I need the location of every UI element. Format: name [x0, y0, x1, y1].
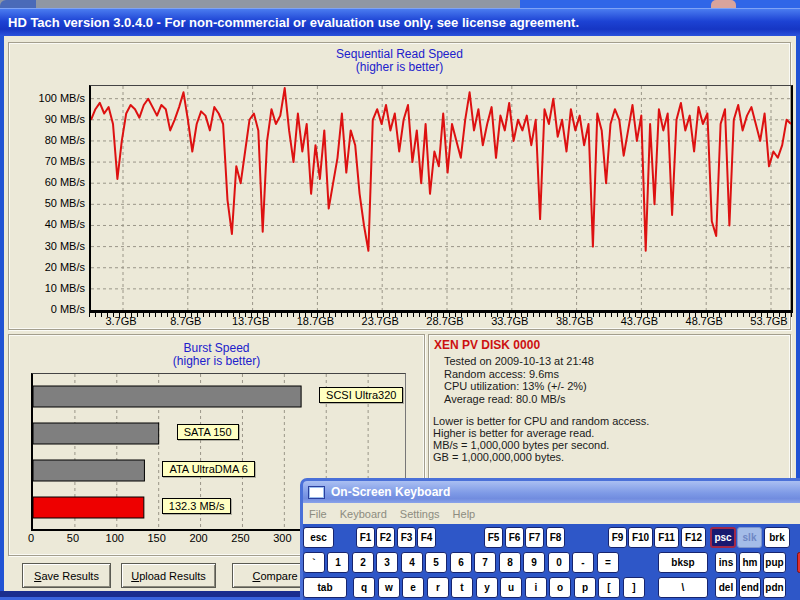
burst-x-tick-label: 150 — [142, 532, 172, 544]
key-7[interactable]: 7 — [474, 552, 496, 573]
burst-x-tick-label: 200 — [184, 532, 214, 544]
hdtach-titlebar[interactable]: HD Tach version 3.0.4.0 - For non-commer… — [0, 8, 800, 36]
seq-x-tick-label: 43.7GB — [617, 315, 661, 327]
key-tab[interactable]: tab — [303, 577, 347, 598]
seq-x-tick-label: 23.7GB — [358, 315, 402, 327]
key-end[interactable]: end — [739, 577, 761, 598]
key-y[interactable]: y — [476, 577, 498, 598]
upload-results-button[interactable]: Upload Results — [121, 563, 216, 588]
burst-x-tick-label: 250 — [225, 532, 255, 544]
key-3[interactable]: 3 — [376, 552, 398, 573]
seq-chart-title: Sequential Read Speed — [9, 47, 790, 61]
seq-y-tick-label: 80 MB/s — [27, 134, 85, 146]
hdtach-window-border-left — [0, 36, 4, 600]
drive-detail-line: Random access: 9.6ms — [444, 368, 559, 380]
key-pup[interactable]: pup — [763, 552, 786, 573]
key-F12[interactable]: F12 — [681, 527, 706, 548]
seq-y-tick-label: 0 MB/s — [27, 303, 85, 315]
osk-titlebar[interactable]: On-Screen Keyboard — [303, 481, 800, 503]
burst-x-tick-label: 300 — [267, 532, 297, 544]
key-F10[interactable]: F10 — [628, 527, 653, 548]
osk-title: On-Screen Keyboard — [331, 485, 450, 499]
seq-x-tick-label: 48.7GB — [682, 315, 726, 327]
seq-x-tick-label: 38.7GB — [553, 315, 597, 327]
key-q[interactable]: q — [353, 577, 375, 598]
seq-x-tick-label: 13.7GB — [229, 315, 273, 327]
osk-menu-keyboard[interactable]: Keyboard — [340, 508, 387, 520]
drive-detail-line: Average read: 80.0 MB/s — [444, 393, 565, 405]
key-psc[interactable]: psc — [710, 527, 736, 548]
key-][interactable]: ] — [623, 577, 645, 598]
key-t[interactable]: t — [451, 577, 473, 598]
key-ins[interactable]: ins — [715, 552, 737, 573]
key-5[interactable]: 5 — [425, 552, 447, 573]
seq-y-tick-label: 40 MB/s — [27, 218, 85, 230]
key-F4[interactable]: F4 — [417, 527, 436, 548]
save-results-button[interactable]: Save Results — [22, 563, 111, 588]
key-\[interactable]: \ — [658, 577, 708, 598]
burst-bar-label: SCSI Ultra320 — [319, 387, 403, 403]
key-[[interactable]: [ — [598, 577, 620, 598]
key-del[interactable]: del — [715, 577, 737, 598]
key-F3[interactable]: F3 — [397, 527, 416, 548]
burst-bar-label: 132.3 MB/s — [162, 498, 232, 514]
key-9[interactable]: 9 — [523, 552, 545, 573]
key-4[interactable]: 4 — [401, 552, 423, 573]
seq-y-tick-label: 50 MB/s — [27, 197, 85, 209]
seq-y-tick-label: 90 MB/s — [27, 113, 85, 125]
osk-menubar: FileKeyboardSettingsHelp — [303, 503, 800, 524]
key-=[interactable]: = — [597, 552, 619, 573]
key-o[interactable]: o — [549, 577, 571, 598]
seq-y-tick-label: 60 MB/s — [27, 176, 85, 188]
key-hm[interactable]: hm — [739, 552, 761, 573]
info-note-line: GB = 1,000,000,000 bytes. — [433, 451, 564, 463]
burst-x-tick-label: 100 — [100, 532, 130, 544]
key-u[interactable]: u — [500, 577, 522, 598]
key-F5[interactable]: F5 — [484, 527, 503, 548]
key-pdn[interactable]: pdn — [763, 577, 786, 598]
key-6[interactable]: 6 — [450, 552, 472, 573]
seq-y-tick-label: 10 MB/s — [27, 282, 85, 294]
osk-window: On-Screen Keyboard FileKeyboardSettingsH… — [300, 478, 800, 600]
drive-name: XEN PV DISK 0000 — [434, 338, 540, 352]
osk-keyboard-keys: escF1F2F3F4F5F6F7F8F9F10F11F12pscslkbrk`… — [303, 524, 800, 600]
seq-read-line-chart — [89, 85, 793, 313]
key--[interactable]: - — [572, 552, 594, 573]
key-r[interactable]: r — [427, 577, 449, 598]
osk-menu-file[interactable]: File — [309, 508, 327, 520]
key-brk[interactable]: brk — [764, 527, 790, 548]
key-w[interactable]: w — [378, 577, 400, 598]
drive-detail-line: CPU utilization: 13% (+/- 2%) — [444, 380, 587, 392]
key-F9[interactable]: F9 — [608, 527, 627, 548]
key-slk[interactable]: slk — [737, 527, 762, 548]
key-esc[interactable]: esc — [303, 527, 334, 548]
key-F7[interactable]: F7 — [525, 527, 544, 548]
seq-y-tick-label: 20 MB/s — [27, 261, 85, 273]
key-p[interactable]: p — [574, 577, 596, 598]
burst-bar-label: ATA UltraDMA 6 — [162, 461, 254, 477]
key-F8[interactable]: F8 — [546, 527, 565, 548]
screen: HD Tach version 3.0.4.0 - For non-commer… — [0, 0, 800, 600]
key-0[interactable]: 0 — [548, 552, 570, 573]
info-note-line: Higher is better for average read. — [433, 427, 594, 439]
seq-x-tick-label: 28.7GB — [423, 315, 467, 327]
key-8[interactable]: 8 — [499, 552, 521, 573]
osk-menu-help[interactable]: Help — [453, 508, 476, 520]
key-F11[interactable]: F11 — [654, 527, 679, 548]
key-F2[interactable]: F2 — [376, 527, 395, 548]
burst-bar-label: SATA 150 — [177, 424, 239, 440]
key-i[interactable]: i — [525, 577, 547, 598]
key-e[interactable]: e — [402, 577, 424, 598]
osk-menu-settings[interactable]: Settings — [400, 508, 440, 520]
key-1[interactable]: 1 — [327, 552, 349, 573]
seq-y-tick-label: 100 MB/s — [27, 92, 85, 104]
seq-x-tick-label: 18.7GB — [293, 315, 337, 327]
key-F1[interactable]: F1 — [356, 527, 375, 548]
key-`[interactable]: ` — [303, 552, 325, 573]
key-2[interactable]: 2 — [352, 552, 374, 573]
key-F6[interactable]: F6 — [505, 527, 524, 548]
seq-x-tick-label: 53.7GB — [747, 315, 791, 327]
key-bksp[interactable]: bksp — [658, 552, 708, 573]
keyboard-icon — [308, 486, 325, 499]
seq-y-tick-label: 70 MB/s — [27, 155, 85, 167]
